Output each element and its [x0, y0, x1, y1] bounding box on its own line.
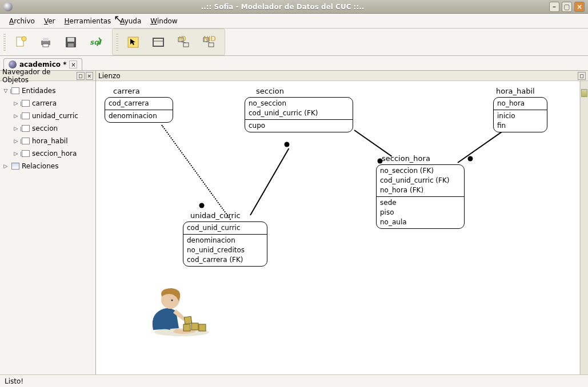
entity-title-seccion: seccion	[256, 87, 284, 95]
menu-herramientas[interactable]: Herramientas	[59, 16, 115, 26]
pane-detach-button[interactable]: ◻	[578, 72, 586, 80]
sql-icon: sql	[89, 35, 103, 49]
relation-line	[354, 130, 392, 157]
svg-point-2	[22, 37, 26, 41]
nid-relation-icon: NID	[202, 35, 215, 49]
tree-node-unidad-curric[interactable]: ▷unidad_curric	[2, 110, 93, 122]
svg-text:ID: ID	[179, 35, 186, 43]
menu-ver[interactable]: Ver	[39, 16, 60, 26]
statusbar: Listo!	[0, 374, 588, 387]
window-titlebar: ..:: Sofia - Modelador de Datos del CUC …	[0, 0, 588, 14]
entity-icon	[22, 138, 30, 144]
canvas-header: Lienzo ◻	[96, 71, 588, 81]
svg-rect-13	[153, 38, 163, 46]
id-relation-icon: ID	[177, 35, 190, 49]
window-title: ..:: Sofia - Modelador de Datos del CUC …	[16, 3, 549, 11]
menu-archivo[interactable]: Archivo	[5, 16, 39, 26]
entity-seccion[interactable]: no_seccioncod_unid_curric (FK) cupo	[245, 97, 353, 132]
save-button[interactable]	[61, 32, 81, 53]
toolbar: sql ID NID	[0, 29, 588, 56]
svg-rect-28	[183, 324, 190, 331]
svg-rect-7	[67, 38, 74, 42]
tabbar: academico * ×	[0, 56, 588, 71]
relation-folder-icon	[11, 163, 19, 170]
svg-rect-5	[43, 44, 49, 47]
menu-window[interactable]: Window	[146, 16, 182, 26]
pane-detach-button[interactable]: ◻	[77, 72, 84, 80]
new-file-button[interactable]	[10, 32, 31, 53]
print-icon	[39, 35, 53, 49]
tree-node-hora-habil[interactable]: ▷hora_habil	[2, 135, 93, 147]
svg-rect-27	[191, 323, 198, 330]
maximize-button[interactable]: ▢	[562, 2, 572, 12]
toolbar-grip-icon[interactable]	[116, 34, 118, 51]
svg-rect-17	[183, 43, 189, 47]
minimize-button[interactable]: –	[549, 2, 559, 12]
relation-endpoint-icon	[285, 142, 290, 147]
tree-node-entidades[interactable]: ▽Entidades	[2, 84, 93, 97]
svg-rect-26	[184, 316, 192, 324]
entity-folder-icon	[11, 87, 19, 94]
tree-node-seccion[interactable]: ▷seccion	[2, 122, 93, 135]
entity-unidad-curric[interactable]: cod_unid_curric denominacionno_unid_cred…	[183, 221, 267, 267]
scrollbar-thumb[interactable]	[581, 89, 587, 97]
menu-ayuda[interactable]: Ayuda	[115, 16, 146, 26]
entity-seccion-hora[interactable]: no_seccion (FK)cod_unid_curric (FK)no_ho…	[376, 164, 465, 229]
object-navigator-pane: Navegador de Objetos ◻ × ▽Entidades ▷car…	[0, 71, 96, 386]
er-canvas[interactable]: carrera cod_carrera denominacion seccion…	[96, 81, 580, 378]
relation-line	[457, 128, 506, 163]
status-text: Listo!	[5, 377, 23, 385]
svg-rect-29	[199, 324, 206, 331]
rect-tool-icon	[151, 35, 165, 49]
relation-line	[161, 124, 231, 220]
new-file-icon	[14, 35, 27, 49]
save-icon	[64, 35, 78, 49]
entity-title-seccion-hora: seccion_hora	[382, 154, 430, 163]
tree-node-relaciones[interactable]: ▷Relaciones	[2, 160, 93, 172]
svg-point-25	[171, 300, 173, 301]
nid-relation-button[interactable]: NID	[198, 32, 219, 53]
entity-icon	[22, 112, 30, 119]
pane-close-button[interactable]: ×	[86, 72, 93, 80]
sidebar-header: Navegador de Objetos ◻ ×	[0, 71, 95, 81]
relation-line	[250, 148, 289, 216]
svg-rect-8	[68, 43, 74, 47]
tree-node-seccion-hora[interactable]: ▷seccion_hora	[2, 147, 93, 160]
svg-text:NID: NID	[203, 35, 215, 43]
id-relation-button[interactable]: ID	[173, 32, 194, 53]
svg-rect-21	[209, 43, 214, 47]
print-button[interactable]	[35, 32, 56, 53]
pointer-tool-icon	[126, 35, 140, 49]
kid-blocks-illustration	[145, 285, 219, 337]
tree-node-carrera[interactable]: ▷carrera	[2, 97, 93, 110]
entity-icon	[22, 150, 30, 157]
entity-carrera[interactable]: cod_carrera denominacion	[105, 97, 173, 123]
canvas-vertical-scrollbar[interactable]	[580, 81, 588, 378]
entity-title-hora-habil: hora_habil	[496, 87, 535, 95]
rect-tool-button[interactable]	[148, 32, 169, 53]
entity-hora-habil[interactable]: no_hora iniciofin	[493, 97, 547, 132]
app-icon	[3, 2, 13, 11]
relation-endpoint-icon	[468, 156, 473, 162]
svg-rect-4	[43, 38, 49, 41]
entity-icon	[22, 100, 30, 107]
menubar: Archivo Ver Herramientas Ayuda Window	[0, 14, 588, 29]
pointer-tool-button[interactable]	[123, 32, 143, 53]
canvas-pane: Lienzo ◻ carrera cod_carrera denominacio…	[96, 71, 588, 386]
sql-button[interactable]: sql	[86, 32, 106, 53]
relation-endpoint-icon	[199, 203, 205, 208]
toolbar-grip-icon[interactable]	[3, 34, 6, 51]
close-button[interactable]: ×	[574, 2, 585, 12]
entity-title-carrera: carrera	[113, 87, 140, 95]
entity-icon	[22, 125, 30, 132]
entity-title-unidad-curric: unidad_curric	[190, 211, 241, 220]
object-tree[interactable]: ▽Entidades ▷carrera ▷unidad_curric ▷secc…	[0, 81, 95, 386]
